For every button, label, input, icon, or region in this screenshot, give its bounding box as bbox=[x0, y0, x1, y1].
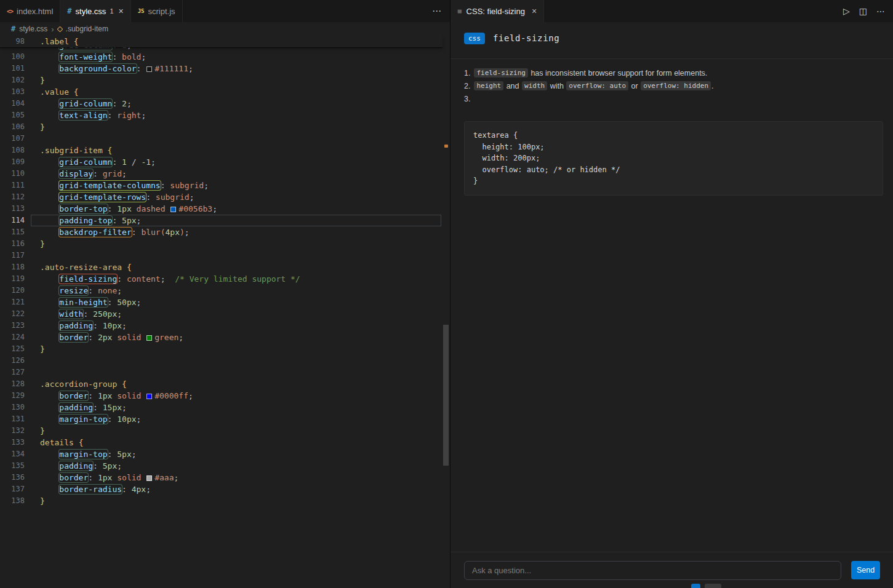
close-icon[interactable]: × bbox=[532, 6, 537, 16]
code-token: background-color bbox=[59, 64, 136, 73]
inline-code: overflow: auto bbox=[566, 81, 628, 90]
code-line[interactable]: 113 border-top: 1px dashed #0056b3; bbox=[0, 203, 442, 215]
code-line[interactable]: 133details { bbox=[0, 437, 442, 448]
code-token: } bbox=[40, 239, 45, 248]
code-line[interactable]: 98.label { bbox=[0, 36, 442, 47]
code-line[interactable]: 124 border: 2px solid green; bbox=[0, 332, 442, 343]
code-line[interactable]: 110 display: grid; bbox=[0, 168, 442, 180]
scrollbar-thumb[interactable] bbox=[443, 325, 449, 466]
code-token: : bbox=[108, 111, 118, 120]
code-line[interactable]: 123 padding: 10px; bbox=[0, 320, 442, 332]
code-token bbox=[40, 286, 59, 295]
code-token: 5px bbox=[103, 461, 117, 471]
code-token: 1 bbox=[122, 157, 127, 167]
code-text: border-radius: 4px; bbox=[40, 483, 151, 495]
code-line[interactable]: 134 margin-top: 5px; bbox=[0, 448, 442, 460]
tab-index-html[interactable]: <> index.html bbox=[0, 0, 60, 22]
editor-more-actions-icon[interactable]: ⋯ bbox=[423, 0, 450, 22]
code-line[interactable]: 127 bbox=[0, 367, 442, 378]
split-editor-icon[interactable]: ◫ bbox=[859, 6, 867, 16]
code-token: min-height bbox=[59, 298, 107, 307]
send-button[interactable]: Send bbox=[851, 561, 880, 579]
code-line[interactable]: 111 grid-template-columns: subgrid; bbox=[0, 180, 442, 191]
code-token: ; bbox=[188, 391, 193, 400]
code-line[interactable]: 138} bbox=[0, 495, 442, 507]
code-line[interactable]: 103.value { bbox=[0, 86, 442, 98]
code-line[interactable]: 108.subgrid-item { bbox=[0, 145, 442, 156]
code-token: solid bbox=[117, 473, 141, 482]
code-line[interactable]: 128.accordion-group { bbox=[0, 378, 442, 390]
code-line[interactable]: 132} bbox=[0, 425, 442, 437]
code-token: .label bbox=[40, 37, 69, 46]
code-token: : bbox=[137, 64, 146, 73]
code-line[interactable]: 114 padding-top: 5px; bbox=[0, 215, 442, 226]
line-number: 103 bbox=[0, 86, 25, 98]
code-text: padding: 10px; bbox=[40, 320, 127, 332]
code-line[interactable]: 117 bbox=[0, 250, 442, 261]
css-badge: css bbox=[464, 33, 485, 44]
code-line[interactable]: 135 padding: 5px; bbox=[0, 460, 442, 472]
tab-script-js[interactable]: JS script.js bbox=[131, 0, 183, 22]
code-token: border-top bbox=[59, 204, 107, 213]
code-line[interactable]: 136 border: 1px solid #aaa; bbox=[0, 472, 442, 483]
code-token: 10px bbox=[103, 321, 122, 330]
code-line[interactable]: 126 bbox=[0, 355, 442, 367]
code-line[interactable]: 122 width: 250px; bbox=[0, 308, 442, 320]
code-token bbox=[166, 204, 170, 213]
code-token: : bbox=[108, 415, 118, 424]
code-token: /* Very limited support */ bbox=[175, 274, 300, 284]
code-line[interactable]: 131 margin-top: 10px; bbox=[0, 413, 442, 425]
code-line[interactable]: 100 font-weight: bold; bbox=[0, 51, 442, 63]
code-line[interactable]: 121 min-height: 50px; bbox=[0, 296, 442, 308]
code-line[interactable]: 119 field-sizing: content; /* Very limit… bbox=[0, 273, 442, 285]
code-line[interactable]: 118.auto-resize-area { bbox=[0, 261, 442, 273]
code-line[interactable]: 101 background-color: #111111; bbox=[0, 63, 442, 74]
code-text: details { bbox=[40, 437, 83, 448]
code-line[interactable]: 112 grid-template-rows: subgrid; bbox=[0, 191, 442, 203]
code-token: resize bbox=[59, 286, 88, 295]
code-token: 2px bbox=[98, 333, 112, 342]
js-file-icon: JS bbox=[138, 8, 145, 14]
close-icon[interactable]: × bbox=[119, 6, 124, 16]
tab-label: CSS: field-sizing bbox=[467, 7, 525, 16]
code-line[interactable]: 130 padding: 15px; bbox=[0, 402, 442, 413]
tab-style-css[interactable]: # style.css 1 × bbox=[60, 0, 130, 22]
line-number: 137 bbox=[0, 483, 25, 495]
code-editor[interactable]: 98.label { 99 grid-column: 1;100 font-we… bbox=[0, 36, 450, 588]
code-line[interactable]: 129 border: 1px solid #0000ff; bbox=[0, 390, 442, 402]
code-line[interactable]: 106} bbox=[0, 121, 442, 133]
list-item: 1.field-sizing has inconsistent browser … bbox=[464, 66, 883, 79]
breadcrumb-symbol[interactable]: .subgrid-item bbox=[66, 25, 108, 33]
code-line[interactable]: 102} bbox=[0, 74, 442, 86]
code-token: margin-top bbox=[59, 450, 107, 459]
run-icon[interactable]: ▷ bbox=[843, 6, 850, 16]
code-line[interactable]: 115 backdrop-filter: blur(4px); bbox=[0, 226, 442, 238]
code-text: border: 1px solid #0000ff; bbox=[40, 390, 193, 402]
sticky-scroll-line[interactable]: 98.label { bbox=[0, 36, 442, 47]
text-run: with bbox=[548, 82, 566, 90]
line-number: 119 bbox=[0, 273, 25, 285]
code-line[interactable]: 104 grid-column: 2; bbox=[0, 98, 442, 109]
tab-css-field-sizing[interactable]: ≡ CSS: field-sizing × bbox=[451, 0, 544, 22]
code-line[interactable]: 107 bbox=[0, 133, 442, 145]
breadcrumb-file[interactable]: style.css bbox=[19, 25, 47, 33]
code-token: : bbox=[93, 461, 103, 471]
code-token bbox=[40, 333, 59, 342]
code-line[interactable]: 120 resize: none; bbox=[0, 285, 442, 296]
line-number: 116 bbox=[0, 238, 25, 250]
code-line[interactable]: 116} bbox=[0, 238, 442, 250]
code-line[interactable]: 105 text-align: right; bbox=[0, 109, 442, 121]
list-item: 3. bbox=[464, 92, 883, 105]
code-token: : bbox=[122, 485, 132, 494]
code-line[interactable]: 109 grid-column: 1 / -1; bbox=[0, 156, 442, 168]
code-token: margin-top bbox=[59, 415, 107, 424]
more-actions-icon[interactable]: ⋯ bbox=[876, 6, 885, 16]
code-token: width bbox=[59, 309, 83, 319]
line-number: 120 bbox=[0, 285, 25, 296]
code-token: } bbox=[40, 76, 45, 85]
code-token: 5px bbox=[117, 450, 131, 459]
ask-input[interactable] bbox=[464, 561, 841, 580]
code-line[interactable]: 125} bbox=[0, 343, 442, 355]
code-line[interactable]: 137 border-radius: 4px; bbox=[0, 483, 442, 495]
code-token: 4px bbox=[166, 228, 180, 237]
